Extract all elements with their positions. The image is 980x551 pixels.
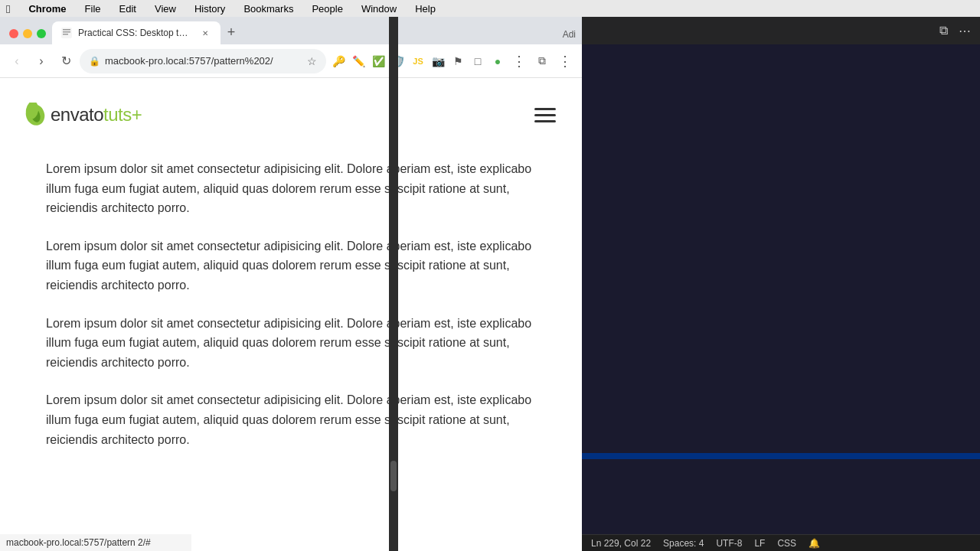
chrome-menu-button[interactable]: ⋮ bbox=[554, 51, 576, 72]
paragraph-1: Lorem ipsum dolor sit amet consectetur a… bbox=[46, 159, 536, 218]
traffic-light-close[interactable] bbox=[9, 29, 18, 38]
menu-file[interactable]: File bbox=[82, 2, 104, 15]
status-bell-icon[interactable]: 🔔 bbox=[808, 538, 820, 549]
status-position: Ln 229, Col 22 bbox=[591, 538, 651, 549]
logo-envato: envato bbox=[51, 104, 103, 125]
extensions-menu-button[interactable]: ⋮ bbox=[508, 51, 530, 72]
extension-screenshot-icon[interactable]: 📷 bbox=[429, 52, 447, 70]
status-line-ending: LF bbox=[754, 538, 765, 549]
new-tab-button[interactable]: + bbox=[220, 21, 242, 43]
site-header: envatotuts+ bbox=[0, 93, 582, 144]
extension-js-icon[interactable]: JS bbox=[409, 52, 427, 70]
extensions-bar: 🔑 ✏️ ✅ 🛡️ JS 📷 ⚑ □ ● ⋮ bbox=[329, 51, 530, 72]
url-text: macbook-pro.local:5757/pattern%202/ bbox=[105, 55, 302, 67]
editor-code-area bbox=[582, 44, 980, 453]
tab-bar: Practical CSS: Desktop to mo ✕ + Adi bbox=[0, 17, 582, 44]
menu-history[interactable]: History bbox=[191, 2, 228, 15]
hamburger-line-3 bbox=[534, 120, 556, 122]
paragraph-4: Lorem ipsum dolor sit amet consectetur a… bbox=[46, 390, 536, 449]
mac-menubar:  Chrome File Edit View History Bookmark… bbox=[0, 0, 980, 17]
status-bar: Ln 229, Col 22 Spaces: 4 UTF-8 LF CSS 🔔 bbox=[582, 534, 980, 551]
content-body: Lorem ipsum dolor sit amet consectetur a… bbox=[0, 144, 582, 483]
extension-box-icon[interactable]: □ bbox=[469, 52, 487, 70]
logo-leaf-icon bbox=[23, 103, 47, 127]
extension-check-icon[interactable]: ✅ bbox=[369, 52, 387, 70]
menu-people[interactable]: People bbox=[309, 2, 345, 15]
tab-title: Practical CSS: Desktop to mo bbox=[78, 28, 193, 38]
menu-chrome[interactable]: Chrome bbox=[25, 2, 69, 15]
page-content: envatotuts+ Lorem ipsum dolor sit amet c… bbox=[0, 78, 582, 551]
svg-rect-3 bbox=[63, 34, 68, 35]
chrome-window: Practical CSS: Desktop to mo ✕ + Adi ‹ ›… bbox=[0, 17, 582, 551]
bookmark-star-icon[interactable]: ☆ bbox=[307, 55, 317, 67]
menu-edit[interactable]: Edit bbox=[116, 2, 139, 15]
editor-highlight-bar bbox=[582, 453, 980, 459]
svg-rect-1 bbox=[63, 29, 70, 31]
extension-annotate-icon[interactable]: ✏️ bbox=[349, 52, 368, 70]
hamburger-menu-button[interactable] bbox=[531, 101, 559, 129]
browser-status-url: macbook-pro.local:5757/pattern 2/# bbox=[0, 534, 191, 551]
back-button[interactable]: ‹ bbox=[6, 51, 28, 72]
tab-favicon-icon bbox=[61, 28, 72, 38]
hamburger-line-1 bbox=[534, 108, 556, 110]
logo: envatotuts+ bbox=[23, 103, 142, 127]
logo-text: envatotuts+ bbox=[51, 104, 142, 126]
menu-help[interactable]: Help bbox=[412, 2, 439, 15]
extension-circle-icon[interactable]: ● bbox=[488, 52, 507, 70]
traffic-lights bbox=[6, 29, 52, 44]
editor-panel: ⧉ ⋯ bbox=[582, 17, 980, 551]
logo-tuts: tuts+ bbox=[103, 104, 142, 125]
menu-window[interactable]: Window bbox=[358, 2, 400, 15]
lock-icon: 🔒 bbox=[89, 56, 100, 67]
status-language[interactable]: CSS bbox=[777, 538, 796, 549]
editor-top-bar: ⧉ ⋯ bbox=[582, 17, 980, 44]
split-view-icon[interactable]: ⧉ bbox=[533, 52, 551, 70]
status-url-text: macbook-pro.local:5757/pattern 2/# bbox=[6, 537, 151, 548]
menu-bookmarks[interactable]: Bookmarks bbox=[240, 2, 296, 15]
status-encoding: UTF-8 bbox=[716, 538, 742, 549]
navigation-bar: ‹ › ↻ 🔒 macbook-pro.local:5757/pattern%2… bbox=[0, 44, 582, 78]
profile-label[interactable]: Adi bbox=[563, 29, 576, 44]
traffic-light-minimize[interactable] bbox=[23, 29, 32, 38]
paragraph-3: Lorem ipsum dolor sit amet consectetur a… bbox=[46, 314, 536, 373]
paragraph-2: Lorem ipsum dolor sit amet consectetur a… bbox=[46, 236, 536, 295]
editor-split-icon[interactable]: ⧉ bbox=[934, 21, 952, 40]
tab-close-button[interactable]: ✕ bbox=[199, 27, 211, 39]
hamburger-line-2 bbox=[534, 114, 556, 116]
status-spaces: Spaces: 4 bbox=[663, 538, 704, 549]
active-tab[interactable]: Practical CSS: Desktop to mo ✕ bbox=[52, 21, 220, 44]
editor-more-icon[interactable]: ⋯ bbox=[956, 21, 974, 40]
extension-flag-icon[interactable]: ⚑ bbox=[449, 52, 467, 70]
address-bar[interactable]: 🔒 macbook-pro.local:5757/pattern%202/ ☆ bbox=[80, 49, 326, 73]
reload-button[interactable]: ↻ bbox=[55, 51, 77, 72]
editor-scroll-thumb[interactable] bbox=[390, 461, 397, 491]
svg-rect-2 bbox=[63, 31, 70, 33]
editor-scrollbar[interactable] bbox=[389, 17, 398, 551]
apple-logo-icon[interactable]:  bbox=[6, 2, 10, 15]
forward-button[interactable]: › bbox=[31, 51, 52, 72]
extension-passwords-icon[interactable]: 🔑 bbox=[329, 52, 348, 70]
traffic-light-fullscreen[interactable] bbox=[37, 29, 46, 38]
menu-view[interactable]: View bbox=[152, 2, 179, 15]
